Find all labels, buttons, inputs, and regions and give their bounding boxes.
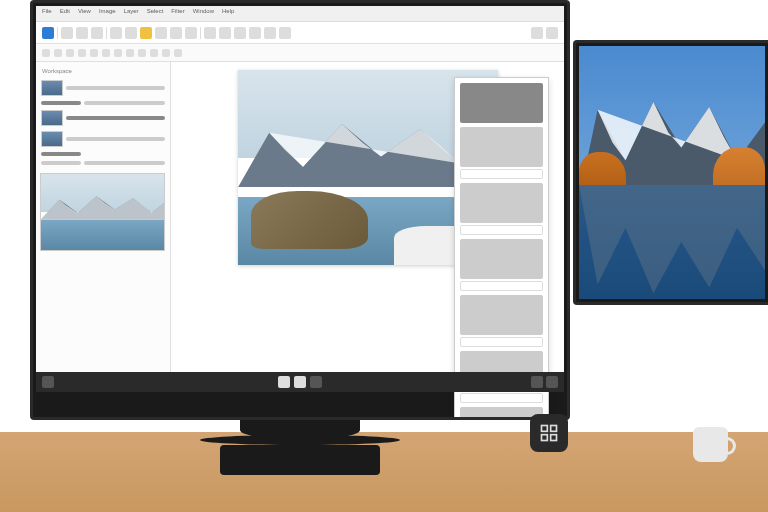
option-icon[interactable] — [90, 49, 98, 57]
menu-file[interactable]: File — [42, 8, 52, 19]
item-label — [66, 137, 165, 141]
field-input[interactable] — [460, 281, 543, 291]
option-icon[interactable] — [174, 49, 182, 57]
property-field — [460, 183, 543, 235]
task-app-icon[interactable] — [294, 376, 306, 388]
wallpaper — [579, 46, 765, 299]
panel-title: Workspace — [40, 66, 166, 76]
option-icon[interactable] — [54, 49, 62, 57]
item-label — [41, 152, 81, 156]
secondary-monitor — [573, 40, 768, 305]
preview-thumbnail[interactable] — [40, 173, 165, 251]
taskbar-left — [42, 376, 54, 388]
thumbnail-icon — [41, 131, 63, 147]
water-region — [41, 220, 164, 250]
workspace: Workspace — [36, 62, 564, 372]
desk-surface — [0, 432, 768, 512]
list-item[interactable] — [40, 151, 166, 157]
field-input[interactable] — [460, 393, 543, 403]
keyboard — [220, 445, 380, 475]
select-icon[interactable] — [204, 27, 216, 39]
task-app-icon[interactable] — [310, 376, 322, 388]
text-icon[interactable] — [279, 27, 291, 39]
canvas-area[interactable] — [171, 62, 564, 372]
svg-marker-1 — [41, 196, 164, 219]
warning-icon[interactable] — [140, 27, 152, 39]
open-icon[interactable] — [76, 27, 88, 39]
option-icon[interactable] — [102, 49, 110, 57]
item-label — [84, 161, 165, 165]
thumbnail-icon — [41, 110, 63, 126]
options-toolbar — [36, 44, 564, 62]
field-label — [460, 127, 543, 167]
list-item[interactable] — [40, 79, 166, 97]
primary-monitor: File Edit View Image Layer Select Filter… — [30, 0, 570, 420]
grid-button[interactable] — [530, 414, 568, 452]
field-input[interactable] — [460, 337, 543, 347]
cut-icon[interactable] — [155, 27, 167, 39]
menu-edit[interactable]: Edit — [60, 8, 70, 19]
separator — [200, 27, 201, 39]
field-label — [460, 183, 543, 223]
option-icon[interactable] — [66, 49, 74, 57]
field-input[interactable] — [460, 169, 543, 179]
monitor-base — [200, 435, 400, 445]
menu-image[interactable]: Image — [99, 8, 116, 19]
item-label — [66, 116, 165, 120]
tray-icon[interactable] — [546, 376, 558, 388]
water-region — [579, 185, 765, 299]
coffee-mug — [693, 427, 728, 462]
new-icon[interactable] — [61, 27, 73, 39]
menu-window[interactable]: Window — [193, 8, 214, 19]
copy-icon[interactable] — [170, 27, 182, 39]
svg-rect-8 — [551, 426, 557, 432]
option-icon[interactable] — [126, 49, 134, 57]
settings-icon[interactable] — [531, 27, 543, 39]
thumbnail-icon — [41, 80, 63, 96]
svg-rect-9 — [542, 435, 548, 441]
crop-icon[interactable] — [219, 27, 231, 39]
menu-select[interactable]: Select — [147, 8, 164, 19]
app-icon[interactable] — [42, 27, 54, 39]
task-app-icon[interactable] — [278, 376, 290, 388]
help-icon[interactable] — [546, 27, 558, 39]
field-input[interactable] — [460, 225, 543, 235]
item-label — [66, 86, 165, 90]
option-icon[interactable] — [138, 49, 146, 57]
list-item[interactable] — [40, 160, 166, 166]
svg-rect-7 — [542, 426, 548, 432]
menu-help[interactable]: Help — [222, 8, 234, 19]
properties-panel[interactable] — [454, 77, 549, 420]
tray-icon[interactable] — [531, 376, 543, 388]
option-icon[interactable] — [78, 49, 86, 57]
fill-icon[interactable] — [264, 27, 276, 39]
left-panel: Workspace — [36, 62, 171, 372]
property-field — [460, 127, 543, 179]
list-item[interactable] — [40, 130, 166, 148]
menu-filter[interactable]: Filter — [171, 8, 184, 19]
start-icon[interactable] — [42, 376, 54, 388]
undo-icon[interactable] — [110, 27, 122, 39]
item-label — [41, 101, 81, 105]
menu-layer[interactable]: Layer — [124, 8, 139, 19]
paste-icon[interactable] — [185, 27, 197, 39]
list-item[interactable] — [40, 100, 166, 106]
list-item[interactable] — [40, 109, 166, 127]
mountain-region — [41, 193, 164, 220]
option-icon[interactable] — [150, 49, 158, 57]
menu-view[interactable]: View — [78, 8, 91, 19]
rock-region — [251, 191, 368, 250]
main-toolbar — [36, 22, 564, 44]
redo-icon[interactable] — [125, 27, 137, 39]
option-icon[interactable] — [162, 49, 170, 57]
item-label — [84, 101, 165, 105]
option-icon[interactable] — [114, 49, 122, 57]
field-label — [460, 239, 543, 279]
property-field — [460, 239, 543, 291]
save-icon[interactable] — [91, 27, 103, 39]
brush-icon[interactable] — [234, 27, 246, 39]
eraser-icon[interactable] — [249, 27, 261, 39]
panel-title — [460, 83, 543, 123]
taskbar — [36, 372, 564, 392]
option-icon[interactable] — [42, 49, 50, 57]
